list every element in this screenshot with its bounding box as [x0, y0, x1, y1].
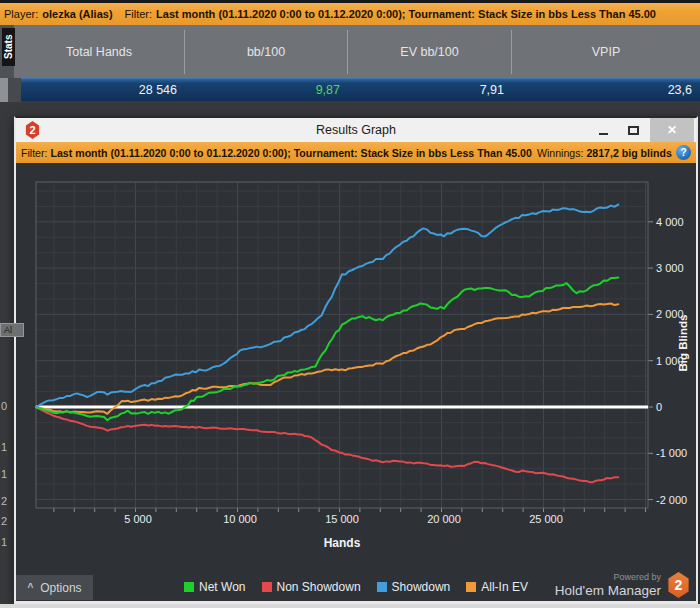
occluded-fragment: 1: [1, 536, 7, 548]
y-tick-label: 3 000: [656, 262, 684, 274]
legend-swatch-icon: [184, 582, 194, 592]
close-button[interactable]: ✕: [650, 118, 694, 142]
stat-value: 28 546: [21, 83, 185, 97]
series-non-showdown: [36, 407, 618, 482]
dialog-titlebar[interactable]: 2 Results Graph ✕: [16, 118, 696, 142]
powered-by-block: Powered by Hold'em Manager 2: [555, 572, 690, 598]
occluded-fragment: 0: [1, 400, 7, 412]
occluded-fragment: 1: [1, 468, 7, 480]
dialog-filter-bar: Filter: Last month (01.11.2020 0:00 to 0…: [16, 142, 696, 163]
winnings-label: Winnings:: [537, 147, 584, 159]
x-tick-label: 20 000: [427, 513, 461, 525]
stats-tab-label: Stats: [3, 35, 14, 59]
maximize-button[interactable]: [622, 118, 644, 142]
column-header-vpip[interactable]: VPIP: [512, 30, 700, 74]
y-tick-label: 4 000: [656, 216, 684, 228]
column-header-total-hands[interactable]: Total Hands: [14, 30, 185, 74]
stat-value: 23,6: [512, 83, 700, 97]
y-axis-title: Big Blinds: [677, 315, 689, 372]
brand-logo-glyph: 2: [675, 577, 683, 593]
stats-header-row: Total Handsbb/100EV bb/100VPIP: [14, 25, 700, 78]
dialog-filter-value: Last month (01.11.2020 0:00 to 01.12.202…: [50, 147, 531, 159]
legend-item-all-in-ev[interactable]: All-In EV: [466, 580, 528, 594]
x-tick-label: 25 000: [529, 513, 563, 525]
chart-axes: [36, 182, 653, 512]
chart-grid: [36, 182, 648, 508]
winnings-value: 2817,2 big blinds: [586, 147, 671, 159]
chart-series: [36, 205, 618, 483]
series-showdown: [36, 205, 618, 407]
series-all-in-ev: [36, 304, 618, 414]
holdem-manager-logo-icon: 2: [667, 572, 690, 598]
info-icon[interactable]: ?: [676, 145, 691, 160]
stat-value: 9,87: [185, 83, 348, 97]
occluded-fragment: 2: [1, 495, 7, 507]
chart-body: 4 0003 0002 0001 0000-1 000-2 0005 00010…: [16, 163, 696, 601]
legend-label: Showdown: [392, 580, 451, 594]
dialog-filter-label: Filter:: [21, 147, 47, 159]
y-tick-label: -2 000: [656, 494, 687, 506]
row-left-stub-dark: [8, 78, 21, 102]
brand-name: Hold'em Manager: [555, 583, 661, 598]
stats-tab[interactable]: Stats: [2, 28, 15, 66]
occluded-fragment: 2: [1, 515, 7, 527]
filter-label: Filter:: [125, 8, 153, 20]
minimize-button[interactable]: [592, 118, 614, 142]
player-label: Player:: [4, 8, 38, 20]
legend-item-non-showdown[interactable]: Non Showdown: [262, 580, 361, 594]
y-tick-label: -1 000: [656, 447, 687, 459]
legend-swatch-icon: [466, 582, 476, 592]
legend-label: All-In EV: [481, 580, 528, 594]
minimize-icon: [599, 133, 608, 135]
x-tick-label: 10 000: [223, 513, 257, 525]
stats-values-row[interactable]: 28 5469,877,9123,6: [21, 78, 700, 101]
powered-by-label: Powered by: [555, 572, 661, 582]
x-axis-title: Hands: [324, 536, 361, 550]
row-left-stub: [0, 78, 8, 102]
stat-value: 7,91: [348, 83, 512, 97]
occluded-fragment: 1: [1, 441, 7, 453]
x-tick-label: 15 000: [325, 513, 359, 525]
results-graph-dialog: 2 Results Graph ✕ Filter: Last month (01…: [14, 116, 698, 604]
legend-swatch-icon: [262, 582, 272, 592]
filter-value: Last month (01.11.2020 0:00 to 01.12.202…: [156, 8, 656, 20]
player-value: olezka (Alias): [42, 8, 112, 20]
player-filter-bar: Player: olezka (Alias) Filter: Last mont…: [0, 3, 700, 25]
legend-swatch-icon: [377, 582, 387, 592]
bottom-light-strip: [0, 604, 700, 608]
legend-label: Non Showdown: [277, 580, 361, 594]
column-header-bb-100[interactable]: bb/100: [185, 30, 348, 74]
maximize-icon: [628, 126, 639, 135]
legend-item-net-won[interactable]: Net Won: [184, 580, 245, 594]
y-tick-label: 0: [656, 401, 662, 413]
legend-label: Net Won: [199, 580, 245, 594]
column-header-ev-bb-100[interactable]: EV bb/100: [348, 30, 512, 74]
results-line-chart: 4 0003 0002 0001 0000-1 000-2 0005 00010…: [16, 163, 696, 570]
legend-item-showdown[interactable]: Showdown: [377, 580, 451, 594]
x-tick-label: 5 000: [124, 513, 152, 525]
